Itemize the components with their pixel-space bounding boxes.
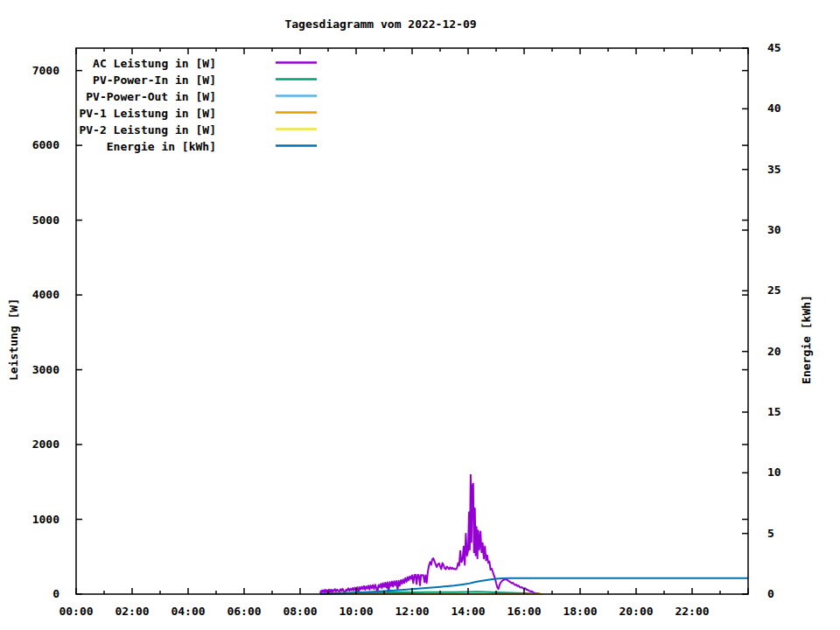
x-tick-label: 20:00	[608, 606, 664, 618]
y2-tick-label: 15	[767, 406, 781, 418]
x-tick-label: 16:00	[496, 606, 552, 618]
legend-item: PV-Power-Out in [W]	[76, 88, 339, 104]
legend-label: Energie in [kWh]	[76, 138, 216, 155]
x-tick-label: 04:00	[160, 606, 216, 618]
y2-tick-label: 25	[767, 284, 781, 297]
legend-item: PV-Power-In in [W]	[76, 71, 339, 88]
y2-tick-label: 20	[767, 346, 781, 358]
y2-tick-label: 40	[767, 102, 781, 115]
chart-canvas: Tagesdiagramm vom 2022-12-09 Leistung [W…	[0, 0, 840, 630]
x-tick-label: 08:00	[272, 606, 328, 618]
y2-tick-label: 5	[767, 528, 774, 540]
y2-tick-label: 30	[767, 224, 781, 236]
x-tick-label: 12:00	[384, 606, 440, 618]
x-tick-label: 02:00	[104, 606, 160, 618]
legend-item: PV-2 Leistung in [W]	[76, 121, 339, 137]
series-line	[320, 475, 542, 594]
y2-tick-label: 35	[767, 164, 781, 176]
y1-tick-label: 4000	[32, 289, 60, 301]
legend-item: Energie in [kWh]	[76, 137, 339, 154]
x-tick-label: 00:00	[48, 606, 104, 618]
y1-tick-label: 6000	[32, 139, 60, 151]
y2-tick-label: 45	[767, 42, 781, 54]
y1-tick-label: 7000	[32, 65, 60, 77]
legend-label: AC Leistung in [W]	[76, 55, 216, 72]
legend-label: PV-Power-Out in [W]	[76, 88, 216, 105]
y1-tick-label: 1000	[32, 514, 60, 526]
x-tick-label: 06:00	[216, 606, 272, 618]
legend-item: PV-1 Leistung in [W]	[76, 104, 339, 121]
legend: AC Leistung in [W] PV-Power-In in [W] PV…	[76, 54, 339, 154]
legend-item: AC Leistung in [W]	[76, 54, 339, 71]
legend-label: PV-Power-In in [W]	[76, 72, 216, 88]
y1-tick-label: 5000	[32, 214, 60, 227]
legend-label: PV-2 Leistung in [W]	[76, 122, 216, 138]
y2-tick-label: 0	[767, 588, 774, 600]
x-tick-label: 18:00	[552, 606, 608, 618]
y1-tick-label: 0	[52, 588, 60, 600]
x-tick-label: 22:00	[664, 606, 720, 618]
y1-tick-label: 3000	[32, 364, 60, 376]
x-tick-label: 10:00	[328, 606, 384, 618]
y2-tick-label: 10	[767, 466, 781, 479]
y1-tick-label: 2000	[32, 438, 60, 451]
legend-label: PV-1 Leistung in [W]	[76, 105, 216, 122]
x-tick-label: 14:00	[440, 606, 496, 618]
